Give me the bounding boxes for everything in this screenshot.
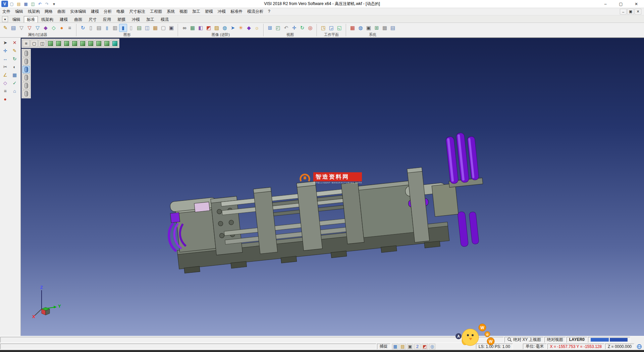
home-view-icon[interactable]: ⌂: [10, 87, 19, 95]
grid-settings-icon[interactable]: ▩: [381, 24, 389, 32]
menu-item[interactable]: 工程图: [148, 8, 164, 15]
toolbar-tab[interactable]: 塑膜: [114, 16, 128, 23]
hidden-line-icon[interactable]: ▤: [95, 24, 103, 32]
view-cube-iso-icon[interactable]: [95, 40, 102, 47]
menu-item[interactable]: 编辑: [13, 8, 25, 15]
menu-item[interactable]: 建模: [89, 8, 101, 15]
print-preview-icon[interactable]: ▣: [407, 344, 413, 349]
toolbar-tab[interactable]: 应用: [100, 16, 114, 23]
section-cube-icon[interactable]: ◆: [245, 24, 253, 32]
menu-item[interactable]: 尺寸标注: [127, 8, 148, 15]
view-cube-iso-back-icon[interactable]: [103, 40, 110, 47]
view-orientation-icon[interactable]: ◎: [306, 24, 314, 32]
toolbar-tab[interactable]: 线架构: [38, 16, 56, 23]
profile-icon[interactable]: ▤: [399, 344, 406, 349]
sketch-icon[interactable]: ✎: [10, 47, 19, 54]
menu-item[interactable]: 冲模: [215, 8, 228, 15]
layer-indicator[interactable]: LAYER0: [567, 337, 587, 343]
system-globe-icon[interactable]: ◍: [357, 24, 365, 32]
delete-icon[interactable]: ✕: [10, 39, 19, 46]
menu-item[interactable]: 标准件: [228, 8, 245, 15]
trim-icon[interactable]: ✂: [1, 63, 9, 71]
view-cube-left-icon[interactable]: [63, 40, 70, 47]
toolbar-tab[interactable]: 建模: [57, 16, 71, 23]
background-icon[interactable]: ◍: [221, 24, 229, 32]
snapshot-icon[interactable]: ▦: [189, 24, 197, 32]
toolbar-tab[interactable]: 编辑: [9, 16, 23, 23]
texture-icon[interactable]: ▨: [213, 24, 221, 32]
absolute-view-indicator[interactable]: 绝对视图: [544, 337, 566, 343]
view-cube-right-icon[interactable]: [71, 40, 78, 47]
light-direction-icon[interactable]: ➤: [229, 24, 237, 32]
draft-shade-icon[interactable]: ▤: [135, 24, 143, 32]
render-icon[interactable]: ◧: [197, 24, 205, 32]
filter-color-icon[interactable]: ▽: [25, 24, 34, 32]
paint-mode-icon[interactable]: ◩: [422, 344, 428, 349]
ambient-light-icon[interactable]: ☼: [253, 24, 261, 32]
workplane-xy-icon[interactable]: ◳: [319, 24, 327, 32]
toolbar-tab[interactable]: 模流: [158, 16, 172, 23]
magnet-snap-icon[interactable]: ◇: [50, 24, 58, 32]
menu-item[interactable]: 系统: [164, 8, 177, 15]
close-button[interactable]: ✕: [629, 0, 644, 8]
point-icon[interactable]: ◇: [1, 79, 9, 87]
menu-item[interactable]: 模流分析: [245, 8, 266, 15]
materials-icon[interactable]: ◩: [205, 24, 213, 32]
menu-item[interactable]: 分析: [101, 8, 114, 15]
toolbar-tab[interactable]: 尺寸: [86, 16, 100, 23]
mirror-icon[interactable]: ◐: [10, 63, 19, 71]
view-mode-indicator[interactable]: 绝对 XY 上视图: [504, 337, 543, 343]
dynamic-shade-icon[interactable]: ▮: [119, 24, 127, 32]
globe-icon[interactable]: [637, 344, 642, 349]
view-mode-icon[interactable]: ◫: [30, 1, 36, 7]
tab-dropdown-icon[interactable]: ▾: [2, 16, 8, 22]
select-icon[interactable]: ➤: [1, 39, 9, 46]
injection-molding-machine-model[interactable]: [21, 38, 644, 336]
menu-item[interactable]: 加工: [190, 8, 203, 15]
spin-model-icon[interactable]: ✳: [237, 24, 245, 32]
child-close-button[interactable]: ✕: [635, 9, 641, 14]
quick-access-dropdown-icon[interactable]: ▾: [51, 1, 57, 7]
menu-item[interactable]: ?: [266, 8, 273, 15]
pan-icon[interactable]: ✛: [1, 47, 9, 54]
blank-element-icon[interactable]: ▢: [159, 24, 167, 32]
copy-attributes-icon[interactable]: ▤: [9, 24, 17, 32]
shaded-view-icon[interactable]: ▮: [103, 24, 111, 32]
hardware-info-icon[interactable]: ▤: [389, 24, 397, 32]
body-display-hidden-icon[interactable]: [22, 74, 30, 81]
visi-logo[interactable]: V: [1, 1, 8, 7]
zoom-window-icon[interactable]: ◰: [274, 24, 282, 32]
multi-window-icon[interactable]: ◫: [143, 24, 151, 32]
body-display-wire-icon[interactable]: [22, 50, 30, 57]
save-icon[interactable]: ▦: [22, 1, 29, 7]
open-file-icon[interactable]: ▤: [15, 1, 22, 7]
window-settings-icon[interactable]: ▣: [365, 24, 373, 32]
menu-item[interactable]: 视图: [177, 8, 190, 15]
color-palette-icon[interactable]: ▦: [348, 24, 357, 32]
viewport-multi-icon[interactable]: ◫: [39, 40, 46, 47]
rotate-icon[interactable]: ↻: [10, 55, 19, 62]
menu-item[interactable]: 文件: [0, 8, 13, 15]
toolbar-tab[interactable]: 标准: [24, 16, 38, 23]
zoom-previous-icon[interactable]: ↶: [282, 24, 290, 32]
undo-icon[interactable]: ↶: [37, 1, 43, 7]
snap-toggle[interactable]: 捕捉: [377, 344, 390, 349]
toolbar-tab[interactable]: 曲面: [71, 16, 85, 23]
wireframe-view-icon[interactable]: ▯: [87, 24, 95, 32]
child-restore-button[interactable]: ▣: [627, 9, 634, 14]
viewport-single-icon[interactable]: ▢: [31, 40, 38, 47]
transparency-icon[interactable]: ▯: [127, 24, 135, 32]
menu-item[interactable]: 曲面: [55, 8, 68, 15]
child-minimize-button[interactable]: –: [620, 9, 627, 14]
view-cube-bottom-icon[interactable]: [87, 40, 94, 47]
body-display-transparent-icon[interactable]: [22, 66, 30, 73]
view-cube-top-icon[interactable]: [79, 40, 86, 47]
view-cube-dynamic-icon[interactable]: [111, 40, 118, 47]
shaded-edges-icon[interactable]: ▥: [111, 24, 119, 32]
viewport-3d[interactable]: ≡▢◫: [21, 38, 644, 336]
selection-count-badge[interactable]: 2: [414, 344, 421, 349]
new-file-icon[interactable]: ▢: [8, 1, 15, 7]
view-cube-back-icon[interactable]: [55, 40, 62, 47]
viewport-list-icon[interactable]: ≡: [22, 40, 30, 47]
redraw-icon[interactable]: ↻: [79, 24, 87, 32]
